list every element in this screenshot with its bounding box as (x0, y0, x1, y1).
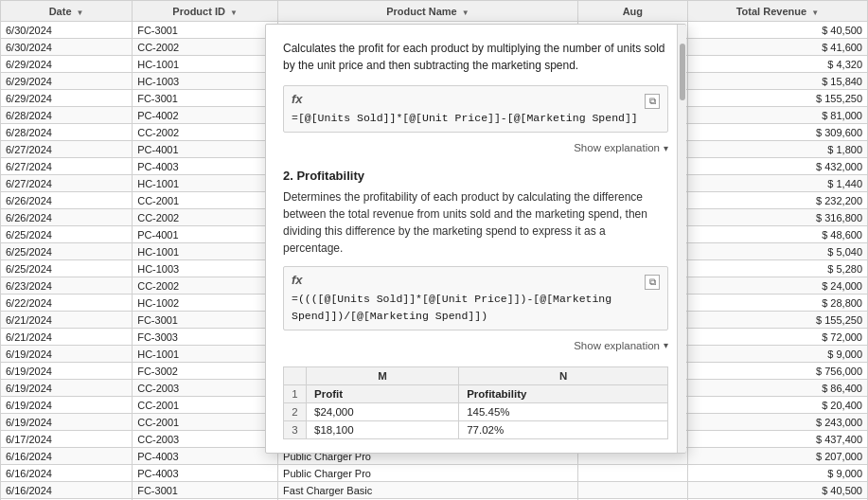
show-explanation-btn-2[interactable]: Show explanation ▾ (283, 336, 668, 355)
cell-product-id: PC-4003 (133, 158, 278, 175)
mini-header-profitability: Profitability (459, 384, 668, 402)
cell-revenue: $ 309,600 (687, 124, 867, 141)
formula-header-2: fx (292, 273, 660, 287)
cell-product-id: CC-2003 (133, 380, 278, 397)
cell-date: 6/19/2024 (1, 397, 133, 414)
cell-product-id: FC-3003 (133, 329, 278, 346)
filter-icon-rev[interactable]: ▼ (811, 9, 819, 17)
formula-box-2: fx ⧉ =((([@[Units Sold]]*[@[Unit Price]]… (283, 266, 668, 330)
col-header-product-name[interactable]: Product Name ▼ (278, 1, 578, 22)
mini-table-header-row: 1 Profit Profitability (284, 384, 668, 402)
cell-date: 6/16/2024 (1, 465, 133, 482)
show-explanation-label-2: Show explanation (574, 340, 660, 351)
cell-product-name: Public Charger Pro (278, 465, 578, 482)
cell-revenue: $ 9,000 (687, 465, 867, 482)
cell-date: 6/22/2024 (1, 295, 133, 312)
mini-header-rownum: 1 (284, 384, 307, 402)
cell-product-id: CC-2002 (133, 39, 278, 56)
cell-date: 6/19/2024 (1, 380, 133, 397)
cell-product-id: PC-4002 (133, 107, 278, 124)
cell-date: 6/30/2024 (1, 39, 133, 56)
cell-date: 6/25/2024 (1, 226, 133, 243)
cell-product-id: FC-3001 (133, 482, 278, 499)
cell-revenue: $ 41,600 (687, 39, 867, 56)
cell-product-id: CC-2001 (133, 414, 278, 431)
formula-header-1: fx (292, 92, 660, 106)
cell-aug (577, 482, 687, 499)
filter-icon-date[interactable]: ▼ (77, 9, 84, 17)
cell-product-id: HC-1003 (133, 260, 278, 277)
section2-desc: Determines the profitability of each pro… (283, 188, 668, 257)
cell-product-id: HC-1001 (133, 56, 278, 73)
cell-date: 6/19/2024 (1, 346, 133, 363)
chevron-icon-1: ▾ (664, 143, 668, 153)
cell-date: 6/17/2024 (1, 431, 133, 448)
formula-code-1: =[@[Units Sold]]*[@[Unit Price]]-[@[Mark… (292, 110, 660, 126)
cell-date: 6/29/2024 (1, 90, 133, 107)
filter-icon-pid[interactable]: ▼ (230, 9, 238, 17)
cell-date: 6/26/2024 (1, 209, 133, 226)
cell-revenue: $ 232,200 (687, 192, 867, 209)
cell-date: 6/27/2024 (1, 158, 133, 175)
cell-date: 6/16/2024 (1, 448, 133, 465)
fx-label-1: fx (292, 92, 303, 106)
cell-product-id: HC-1003 (133, 73, 278, 90)
mini-table-col-header: M N (284, 366, 668, 384)
cell-product-id: FC-3001 (133, 312, 278, 329)
col-header-date[interactable]: Date ▼ (1, 1, 133, 22)
cell-product-id: CC-2001 (133, 397, 278, 414)
cell-product-id: PC-4001 (133, 141, 278, 158)
copy-icon-1[interactable]: ⧉ (645, 94, 660, 109)
cell-revenue: $ 24,000 (687, 277, 867, 295)
popup-scrollbar[interactable] (677, 25, 686, 453)
scrollbar-thumb (680, 44, 685, 100)
cell-revenue: $ 243,000 (687, 414, 867, 431)
cell-revenue: $ 155,250 (687, 312, 867, 329)
col-header-product-id[interactable]: Product ID ▼ (133, 1, 278, 22)
mini-cell-rownum: 2 (284, 402, 307, 420)
cell-product-id: PC-4001 (133, 226, 278, 243)
cell-aug (577, 465, 687, 482)
formula-box-1: fx ⧉ =[@[Units Sold]]*[@[Unit Price]]-[@… (283, 85, 668, 133)
cell-product-id: FC-3001 (133, 90, 278, 107)
cell-product-id: PC-4003 (133, 465, 278, 482)
cell-revenue: $ 1,800 (687, 141, 867, 158)
cell-date: 6/21/2024 (1, 312, 133, 329)
cell-product-name: Fast Charger Basic (278, 482, 578, 499)
col-header-aug[interactable]: Aug (577, 1, 687, 22)
popup-description1: Calculates the profit for each product b… (283, 40, 668, 74)
cell-product-id: FC-3002 (133, 363, 278, 380)
cell-revenue: $ 207,000 (687, 448, 867, 465)
mini-table-row: 2 $24,000 145.45% (284, 402, 668, 420)
cell-date: 6/30/2024 (1, 22, 133, 39)
cell-date: 6/16/2024 (1, 482, 133, 499)
cell-revenue: $ 86,400 (687, 380, 867, 397)
cell-date: 6/28/2024 (1, 124, 133, 141)
section2-title: 2. Profitability (283, 169, 668, 183)
mini-header-profit: Profit (307, 384, 459, 402)
cell-product-id: CC-2001 (133, 192, 278, 209)
show-explanation-btn-1[interactable]: Show explanation ▾ (283, 138, 668, 157)
cell-date: 6/25/2024 (1, 243, 133, 260)
cell-revenue: $ 437,400 (687, 431, 867, 448)
cell-product-id: FC-3001 (133, 22, 278, 39)
cell-date: 6/26/2024 (1, 192, 133, 209)
filter-icon-pname[interactable]: ▼ (462, 9, 469, 17)
col-header-revenue[interactable]: Total Revenue ▼ (687, 1, 867, 22)
cell-revenue: $ 48,600 (687, 226, 867, 243)
cell-date: 6/23/2024 (1, 277, 133, 295)
mini-cell-profitability: 145.45% (459, 402, 668, 420)
copy-icon-2[interactable]: ⧉ (645, 275, 660, 290)
cell-revenue: $ 432,000 (687, 158, 867, 175)
cell-date: 6/27/2024 (1, 175, 133, 192)
cell-revenue: $ 756,000 (687, 363, 867, 380)
cell-revenue: $ 316,800 (687, 209, 867, 226)
cell-date: 6/28/2024 (1, 107, 133, 124)
cell-date: 6/19/2024 (1, 414, 133, 431)
cell-revenue: $ 15,840 (687, 73, 867, 90)
cell-product-id: HC-1001 (133, 175, 278, 192)
cell-revenue: $ 4,320 (687, 56, 867, 73)
cell-revenue: $ 40,500 (687, 22, 867, 39)
cell-revenue: $ 9,000 (687, 346, 867, 363)
cell-date: 6/21/2024 (1, 329, 133, 346)
